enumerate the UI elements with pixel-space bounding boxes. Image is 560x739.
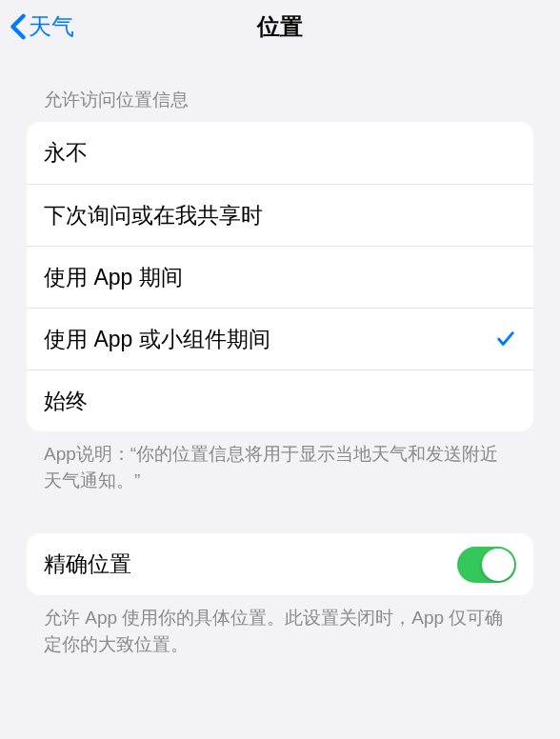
chevron-left-icon — [10, 13, 27, 40]
option-label: 使用 App 或小组件期间 — [44, 325, 270, 354]
option-label: 始终 — [44, 387, 88, 416]
option-label: 使用 App 期间 — [44, 263, 183, 292]
precise-location-cell[interactable]: 精确位置 — [27, 533, 533, 595]
section-footer-precise: 允许 App 使用你的具体位置。此设置关闭时，App 仅可确定你的大致位置。 — [0, 595, 560, 657]
precise-location-label: 精确位置 — [44, 549, 131, 579]
access-options-group: 永不 下次询问或在我共享时 使用 App 期间 使用 App 或小组件期间 始终 — [27, 122, 533, 431]
checkmark-icon — [495, 329, 516, 350]
toggle-knob — [482, 549, 514, 581]
option-ask-next-time[interactable]: 下次询问或在我共享时 — [27, 184, 533, 246]
option-label: 永不 — [44, 138, 88, 168]
option-always[interactable]: 始终 — [27, 370, 533, 431]
option-never[interactable]: 永不 — [27, 122, 533, 184]
nav-bar: 天气 位置 — [0, 0, 560, 53]
section-header-access: 允许访问位置信息 — [0, 53, 560, 122]
option-while-using[interactable]: 使用 App 期间 — [27, 246, 533, 308]
back-label: 天气 — [29, 11, 74, 42]
option-while-using-or-widgets[interactable]: 使用 App 或小组件期间 — [27, 308, 533, 370]
option-label: 下次询问或在我共享时 — [44, 201, 263, 230]
page-title: 位置 — [257, 11, 303, 42]
precise-location-toggle[interactable] — [457, 547, 516, 583]
precise-location-group: 精确位置 — [27, 533, 533, 595]
section-footer-access: App说明：“你的位置信息将用于显示当地天气和发送附近天气通知。” — [0, 431, 560, 493]
back-button[interactable]: 天气 — [8, 11, 74, 42]
